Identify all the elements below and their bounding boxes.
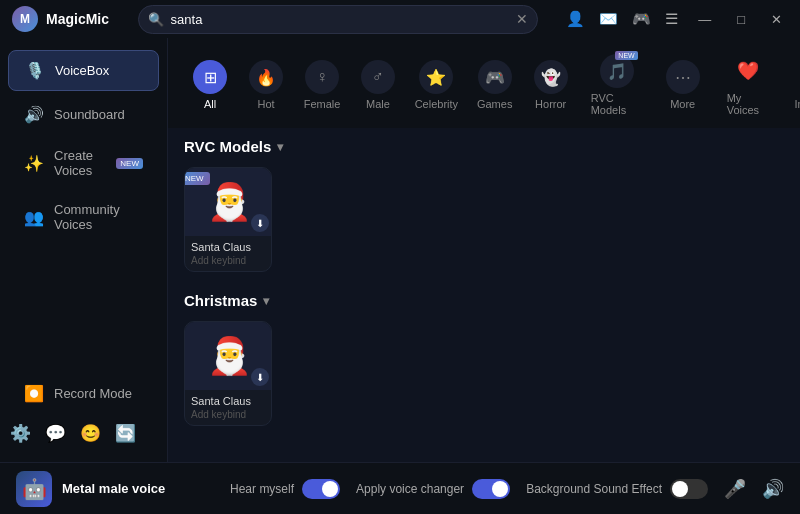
background-sound-effect-control: Background Sound Effect: [526, 479, 708, 499]
category-tabs: ⊞ All 🔥 Hot ♀ Female ♂ Male ⭐ Celebrity …: [168, 38, 800, 128]
apply-voice-changer-knob: [492, 481, 508, 497]
apply-voice-changer-toggle[interactable]: [472, 479, 510, 499]
search-bar: 🔍 ✕: [138, 5, 538, 34]
create-voices-icon: ✨: [24, 154, 44, 173]
background-sound-effect-label: Background Sound Effect: [526, 482, 662, 496]
title-bar-right: 👤 ✉️ 🎮 ☰ — □ ✕: [566, 10, 788, 29]
christmas-cards: 🎅 ⬇ Santa Claus Add keybind: [184, 321, 800, 426]
celebrity-tab-icon: ⭐: [419, 60, 453, 94]
section-rvc-models: RVC Models ▾ 🎅 NEW ⬇ Santa Claus Add key…: [168, 128, 800, 282]
horror-tab-icon: 👻: [534, 60, 568, 94]
male-tab-icon: ♂: [361, 60, 395, 94]
maximize-button[interactable]: □: [731, 10, 751, 29]
hear-myself-label: Hear myself: [230, 482, 294, 496]
hear-myself-toggle[interactable]: [302, 479, 340, 499]
section-christmas-title: Christmas: [184, 292, 257, 309]
background-sound-effect-knob: [672, 481, 688, 497]
voice-card-santa-1-info: Santa Claus Add keybind: [185, 236, 271, 271]
tab-rvc-models-label: RVC Models: [591, 92, 643, 116]
tab-horror-label: Horror: [535, 98, 566, 110]
swap-icon[interactable]: 🔄: [115, 423, 136, 444]
tab-games[interactable]: 🎮 Games: [469, 54, 521, 116]
sidebar-item-community-voices-label: Community Voices: [54, 202, 143, 232]
section-christmas-header[interactable]: Christmas ▾: [184, 292, 800, 309]
sidebar-item-soundboard-label: Soundboard: [54, 107, 125, 122]
download-icon[interactable]: ⬇: [251, 214, 269, 232]
chat-icon[interactable]: 💬: [45, 423, 66, 444]
import-icon: ⬇️: [793, 60, 800, 94]
tab-male-label: Male: [366, 98, 390, 110]
rvc-models-badge: NEW: [615, 51, 637, 60]
app-name: MagicMic: [46, 11, 109, 27]
download-icon-2[interactable]: ⬇: [251, 368, 269, 386]
sidebar-item-voicebox[interactable]: 🎙️ VoiceBox: [8, 50, 159, 91]
hear-myself-knob: [322, 481, 338, 497]
main-layout: 🎙️ VoiceBox 🔊 Soundboard ✨ Create Voices…: [0, 38, 800, 462]
microphone-icon[interactable]: 🎤: [724, 478, 746, 500]
rvc-models-cards: 🎅 NEW ⬇ Santa Claus Add keybind: [184, 167, 800, 272]
voice-card-santa-2-info: Santa Claus Add keybind: [185, 390, 271, 425]
community-voices-icon: 👥: [24, 208, 44, 227]
search-clear-button[interactable]: ✕: [516, 11, 528, 27]
section-rvc-models-header[interactable]: RVC Models ▾: [184, 138, 800, 155]
section-rvc-models-title: RVC Models: [184, 138, 271, 155]
voice-card-santa-1-name: Santa Claus: [191, 241, 265, 253]
voice-card-santa-2-keybind[interactable]: Add keybind: [191, 409, 265, 420]
section-christmas-chevron: ▾: [263, 294, 269, 308]
background-sound-effect-toggle[interactable]: [670, 479, 708, 499]
female-tab-icon: ♀: [305, 60, 339, 94]
app-logo: M: [12, 6, 38, 32]
sidebar-item-record-mode[interactable]: ⏺️ Record Mode: [8, 374, 159, 413]
settings-icon[interactable]: ⚙️: [10, 423, 31, 444]
tab-celebrity[interactable]: ⭐ Celebrity: [408, 54, 465, 116]
sidebar-item-community-voices[interactable]: 👥 Community Voices: [8, 192, 159, 242]
speaker-icon[interactable]: 🔊: [762, 478, 784, 500]
sidebar-item-create-voices[interactable]: ✨ Create Voices NEW: [8, 138, 159, 188]
footer-avatar: 🤖: [16, 471, 52, 507]
sidebar-item-record-mode-label: Record Mode: [54, 386, 132, 401]
tab-male[interactable]: ♂ Male: [352, 54, 404, 116]
tab-all[interactable]: ⊞ All: [184, 54, 236, 116]
mail-icon[interactable]: ✉️: [599, 10, 618, 28]
section-christmas: Christmas ▾ 🎅 ⬇ Santa Claus Add keybind: [168, 282, 800, 436]
tab-horror[interactable]: 👻 Horror: [525, 54, 577, 116]
sidebar-item-create-voices-label: Create Voices: [54, 148, 102, 178]
title-bar-left: M MagicMic: [12, 6, 109, 32]
tab-import[interactable]: ⬇️ Import: [783, 54, 800, 116]
tab-celebrity-label: Celebrity: [415, 98, 458, 110]
tab-all-label: All: [204, 98, 216, 110]
search-input[interactable]: [138, 5, 538, 34]
voice-card-santa-1[interactable]: 🎅 NEW ⬇ Santa Claus Add keybind: [184, 167, 272, 272]
tab-hot[interactable]: 🔥 Hot: [240, 54, 292, 116]
minimize-button[interactable]: —: [692, 10, 717, 29]
voicebox-icon: 🎙️: [25, 61, 45, 80]
voice-card-santa-2[interactable]: 🎅 ⬇ Santa Claus Add keybind: [184, 321, 272, 426]
all-tab-icon: ⊞: [193, 60, 227, 94]
hear-myself-control: Hear myself: [230, 479, 340, 499]
close-button[interactable]: ✕: [765, 10, 788, 29]
sidebar-item-soundboard[interactable]: 🔊 Soundboard: [8, 95, 159, 134]
soundboard-icon: 🔊: [24, 105, 44, 124]
controller-icon[interactable]: 🎮: [632, 10, 651, 28]
emoji-icon[interactable]: 😊: [80, 423, 101, 444]
tab-import-label: Import: [794, 98, 800, 110]
user-icon[interactable]: 👤: [566, 10, 585, 28]
sidebar-item-voicebox-label: VoiceBox: [55, 63, 109, 78]
menu-icon[interactable]: ☰: [665, 10, 678, 28]
bottom-icons: ⚙️ 💬 😊 🔄: [0, 415, 167, 452]
tab-my-voices-label: My Voices: [727, 92, 769, 116]
tab-more[interactable]: ⋯ More: [657, 54, 709, 116]
tab-rvc-models[interactable]: 🎵 NEW RVC Models: [581, 48, 653, 122]
content-area: RVC Models ▾ 🎅 NEW ⬇ Santa Claus Add key…: [168, 128, 800, 462]
record-icon: ⏺️: [24, 384, 44, 403]
voice-card-santa-1-keybind[interactable]: Add keybind: [191, 255, 265, 266]
my-voices-icon: ❤️: [731, 54, 765, 88]
apply-voice-changer-control: Apply voice changer: [356, 479, 510, 499]
footer-voice-name: Metal male voice: [62, 481, 165, 496]
tab-my-voices[interactable]: ❤️ My Voices: [717, 48, 779, 122]
footer-voice: 🤖 Metal male voice: [16, 471, 165, 507]
tab-more-label: More: [670, 98, 695, 110]
tab-female[interactable]: ♀ Female: [296, 54, 348, 116]
new-badge: NEW: [116, 158, 143, 169]
sidebar: 🎙️ VoiceBox 🔊 Soundboard ✨ Create Voices…: [0, 38, 168, 462]
